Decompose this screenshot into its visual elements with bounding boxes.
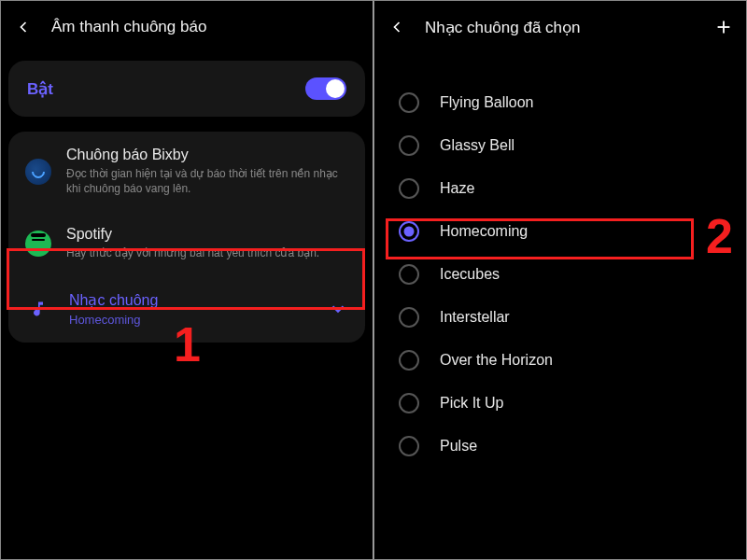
music-note-icon: [28, 299, 49, 319]
radio-icon: [399, 307, 419, 328]
alarm-sound-screen: Âm thanh chuông báo Bật Chuông báo Bixby…: [0, 0, 374, 560]
ringtone-label: Pulse: [440, 438, 477, 455]
ringtone-item[interactable]: Pick It Up: [374, 382, 746, 425]
ringtone-item[interactable]: Homecoming: [374, 210, 746, 253]
ringtone-label: Glassy Bell: [440, 137, 514, 154]
page-title: Nhạc chuông đã chọn: [425, 18, 581, 37]
bixby-icon: [25, 159, 51, 185]
back-icon[interactable]: [12, 16, 35, 38]
radio-icon: [399, 350, 419, 371]
option-text: Spotify Hãy thức dậy với những bài hát y…: [66, 226, 348, 260]
radio-icon: [399, 92, 419, 113]
ringtone-item[interactable]: Flying Balloon: [374, 81, 746, 124]
option-text: Chuông báo Bixby Đọc thời gian hiện tại …: [66, 147, 348, 196]
radio-icon: [399, 135, 419, 156]
toggle-label: Bật: [27, 79, 53, 99]
spotify-icon: [25, 231, 51, 257]
ringtone-item[interactable]: Pulse: [374, 425, 746, 468]
ringtone-picker-screen: Nhạc chuông đã chọn Flying Balloon Glass…: [374, 0, 747, 560]
ringtone-item[interactable]: Interstellar: [374, 296, 746, 339]
ringtone-title: Nhạc chuông: [69, 291, 328, 309]
ringtone-label: Haze: [440, 180, 474, 197]
alarm-sound-toggle-row[interactable]: Bật: [8, 61, 365, 117]
ringtone-label: Over the Horizon: [440, 352, 553, 369]
bixby-alarm-option[interactable]: Chuông báo Bixby Đọc thời gian hiện tại …: [8, 132, 365, 211]
ringtone-label: Homecoming: [440, 223, 528, 240]
radio-icon: [399, 221, 419, 242]
step-number-1: 1: [174, 316, 201, 372]
bixby-sub: Đọc thời gian hiện tại và dự báo thời ti…: [66, 166, 348, 196]
ringtone-label: Icecubes: [440, 266, 500, 283]
ringtone-item[interactable]: Haze: [374, 167, 746, 210]
spotify-sub: Hãy thức dậy với những bài hát yêu thích…: [66, 245, 348, 260]
header: Nhạc chuông đã chọn: [374, 1, 746, 53]
radio-icon: [399, 264, 419, 285]
add-icon[interactable]: [712, 16, 735, 38]
sound-options-card: Chuông báo Bixby Đọc thời gian hiện tại …: [8, 132, 365, 343]
ringtone-label: Interstellar: [440, 309, 510, 326]
spotify-option[interactable]: Spotify Hãy thức dậy với những bài hát y…: [8, 211, 365, 275]
bixby-title: Chuông báo Bixby: [66, 147, 348, 163]
radio-icon: [399, 393, 419, 413]
radio-icon: [399, 436, 419, 456]
ringtone-item[interactable]: Over the Horizon: [374, 339, 746, 382]
header: Âm thanh chuông báo: [1, 1, 373, 53]
back-icon[interactable]: [386, 16, 408, 38]
radio-icon: [399, 178, 419, 199]
switch-knob: [326, 79, 345, 98]
toggle-card: Bật: [8, 61, 365, 117]
page-title: Âm thanh chuông báo: [51, 18, 206, 36]
ringtone-item[interactable]: Glassy Bell: [374, 124, 746, 167]
toggle-switch[interactable]: [305, 77, 346, 100]
ringtone-item[interactable]: Icecubes: [374, 253, 746, 296]
ringtone-label: Pick It Up: [440, 395, 503, 412]
spotify-title: Spotify: [66, 226, 348, 243]
step-number-2: 2: [706, 208, 733, 264]
ringtone-list: Flying Balloon Glassy Bell Haze Homecomi…: [374, 53, 746, 468]
chevron-down-icon: [328, 299, 348, 319]
ringtone-label: Flying Balloon: [440, 94, 534, 111]
